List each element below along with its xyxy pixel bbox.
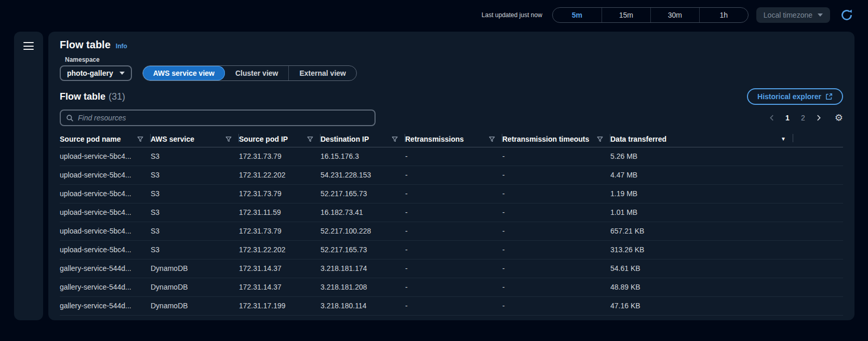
table-cell: - <box>405 203 502 222</box>
flow-table: Source pod name AWS service Source pod I <box>60 131 843 316</box>
table-row[interactable]: upload-service-5bc4...S3172.31.11.5916.1… <box>60 203 843 222</box>
table-cell: 172.31.73.79 <box>239 222 321 240</box>
table-cell-gutter <box>793 296 843 315</box>
table-cell: 48.89 KB <box>610 278 793 296</box>
historical-explorer-button[interactable]: Historical explorer <box>747 88 843 105</box>
info-link[interactable]: Info <box>116 43 127 50</box>
view-external[interactable]: External view <box>288 66 356 80</box>
table-cell: 172.31.73.79 <box>239 184 321 203</box>
flow-table-head: Source pod name AWS service Source pod I <box>60 131 843 147</box>
table-cell: 4.47 MB <box>610 166 793 184</box>
time-range-30m[interactable]: 30m <box>650 8 699 22</box>
table-cell-gutter <box>793 166 843 184</box>
gear-icon: ⚙ <box>835 113 843 123</box>
column-header-source-pod-name[interactable]: Source pod name <box>60 131 151 147</box>
filter-icon[interactable] <box>597 136 603 142</box>
topbar: Last updated just now 5m 15m 30m 1h Loca… <box>0 0 868 30</box>
table-cell: S3 <box>151 184 239 203</box>
caret-down-icon <box>818 13 823 17</box>
time-range-5m[interactable]: 5m <box>553 8 602 22</box>
page-header: Flow table Info <box>60 39 843 51</box>
chevron-left-icon <box>768 114 776 121</box>
next-page-button[interactable] <box>812 111 825 125</box>
table-title: Flow table(31) <box>60 91 125 102</box>
table-cell-gutter <box>793 259 843 278</box>
column-header-aws-service[interactable]: AWS service <box>151 131 239 147</box>
column-header-destination-ip[interactable]: Destination IP <box>321 131 405 147</box>
filter-icon[interactable] <box>225 136 232 142</box>
refresh-button[interactable] <box>838 6 856 24</box>
filter-icon[interactable] <box>137 136 143 142</box>
table-cell: 172.31.73.79 <box>239 147 321 166</box>
table-row[interactable]: gallery-service-544d...DynamoDB172.31.17… <box>60 296 843 315</box>
view-cluster[interactable]: Cluster view <box>225 66 288 80</box>
table-cell: 54.231.228.153 <box>321 166 405 184</box>
filter-icon[interactable] <box>392 136 398 142</box>
table-cell: 54.61 KB <box>610 259 793 278</box>
filter-icon[interactable] <box>307 136 313 142</box>
table-row[interactable]: upload-service-5bc4...S3172.31.73.7952.2… <box>60 184 843 203</box>
menu-icon <box>23 42 34 43</box>
sidebar <box>14 32 43 320</box>
time-range-1h[interactable]: 1h <box>699 8 748 22</box>
time-range-15m[interactable]: 15m <box>602 8 650 22</box>
table-cell: - <box>405 222 502 240</box>
table-cell: upload-service-5bc4... <box>60 222 151 240</box>
external-link-icon <box>825 93 833 100</box>
table-cell: 657.21 KB <box>610 222 793 240</box>
table-cell: - <box>502 259 610 278</box>
table-cell: S3 <box>151 203 239 222</box>
table-cell: - <box>405 259 502 278</box>
namespace-select[interactable]: photo-gallery <box>60 65 132 81</box>
last-updated-text: Last updated just now <box>482 11 542 19</box>
refresh-icon <box>840 9 853 21</box>
column-header-retransmissions[interactable]: Retransmissions <box>405 131 502 147</box>
table-cell: - <box>502 240 610 259</box>
view-aws-service[interactable]: AWS service view <box>143 66 225 80</box>
search-input[interactable] <box>78 114 369 122</box>
table-settings-button[interactable]: ⚙ <box>835 113 843 122</box>
page-1-button[interactable]: 1 <box>781 111 794 125</box>
table-cell: 172.31.11.59 <box>239 203 321 222</box>
table-cell: upload-service-5bc4... <box>60 166 151 184</box>
table-row[interactable]: upload-service-5bc4...S3172.31.73.7916.1… <box>60 147 843 166</box>
table-row[interactable]: upload-service-5bc4...S3172.31.22.20252.… <box>60 240 843 259</box>
table-cell: gallery-service-544d... <box>60 296 151 315</box>
table-cell: - <box>502 203 610 222</box>
namespace-value: photo-gallery <box>67 69 113 77</box>
namespace-label: Namespace <box>65 56 132 63</box>
table-row[interactable]: upload-service-5bc4...S3172.31.73.7952.2… <box>60 222 843 240</box>
table-cell: 172.31.14.37 <box>239 278 321 296</box>
table-row[interactable]: gallery-service-544d...DynamoDB172.31.14… <box>60 259 843 278</box>
sort-descending-icon[interactable]: ▼ <box>781 136 786 142</box>
table-cell: - <box>405 166 502 184</box>
table-row[interactable]: gallery-service-544d...DynamoDB172.31.14… <box>60 278 843 296</box>
column-header-retransmission-timeouts[interactable]: Retransmission timeouts <box>502 131 610 147</box>
table-cell: upload-service-5bc4... <box>60 147 151 166</box>
caret-down-icon <box>119 72 125 75</box>
table-cell: - <box>502 296 610 315</box>
timezone-select[interactable]: Local timezone <box>756 7 830 23</box>
table-cell: - <box>405 278 502 296</box>
search-box[interactable] <box>60 110 376 126</box>
filter-icon[interactable] <box>489 136 495 142</box>
menu-button[interactable] <box>23 42 34 50</box>
column-header-data-transferred[interactable]: Data transferred ▼ <box>610 131 793 147</box>
table-cell: 52.217.100.228 <box>321 222 405 240</box>
table-count: (31) <box>109 91 125 102</box>
column-header-source-pod-ip[interactable]: Source pod IP <box>239 131 321 147</box>
table-cell: 52.217.165.73 <box>321 240 405 259</box>
table-cell: S3 <box>151 147 239 166</box>
view-segmented-control: AWS service view Cluster view External v… <box>142 65 357 81</box>
table-cell-gutter <box>793 184 843 203</box>
table-cell: - <box>405 147 502 166</box>
filter-controls: Namespace photo-gallery AWS service view… <box>60 56 843 81</box>
previous-page-button[interactable] <box>765 111 779 125</box>
table-cell: S3 <box>151 222 239 240</box>
table-cell: 1.19 MB <box>610 184 793 203</box>
page-2-button[interactable]: 2 <box>796 111 810 125</box>
table-row[interactable]: upload-service-5bc4...S3172.31.22.20254.… <box>60 166 843 184</box>
table-cell: - <box>502 166 610 184</box>
table-cell: 3.218.181.174 <box>321 259 405 278</box>
table-cell: 172.31.22.202 <box>239 166 321 184</box>
